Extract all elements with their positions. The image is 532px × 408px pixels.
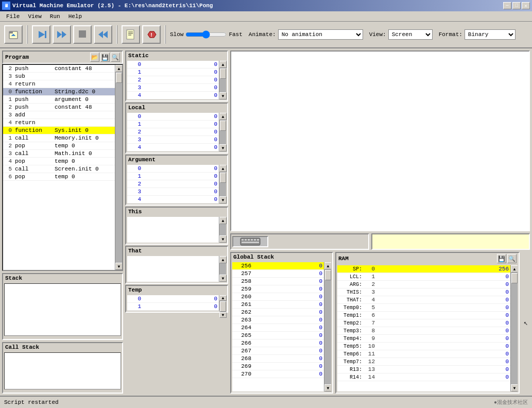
arg-scroll-down[interactable]: ▼ bbox=[219, 196, 227, 203]
program-scrollbar[interactable]: ▲ ▼ bbox=[115, 65, 122, 270]
that-scrollbar[interactable]: ▲ ▼ bbox=[219, 256, 226, 282]
step-button[interactable] bbox=[32, 25, 50, 44]
ram-content: SP:0256 LCL:10 ARG:20 THIS:30 THAT:40 Te… bbox=[337, 265, 518, 392]
svg-marker-8 bbox=[98, 31, 103, 38]
table-row: 4return bbox=[3, 80, 115, 88]
svg-rect-21 bbox=[257, 239, 259, 241]
svg-rect-3 bbox=[45, 31, 46, 38]
table-row: 1pushargument 0 bbox=[3, 96, 115, 104]
script-button[interactable] bbox=[122, 25, 140, 44]
temp-scroll-up[interactable]: ▲ bbox=[219, 295, 227, 301]
scroll-up-btn[interactable]: ▲ bbox=[115, 65, 123, 72]
local-addr-4: 4 bbox=[127, 144, 143, 151]
scroll-down-btn[interactable]: ▼ bbox=[115, 263, 123, 270]
static-val-2: 0 bbox=[143, 76, 219, 84]
arg-scroll-up[interactable]: ▲ bbox=[219, 165, 227, 172]
arg-val-4: 0 bbox=[143, 196, 219, 203]
svg-marker-2 bbox=[39, 31, 45, 38]
that-scroll-up[interactable]: ▲ bbox=[219, 256, 227, 263]
static-val-0: 0 bbox=[143, 61, 219, 69]
animate-select[interactable]: No animation Program flow Program and da… bbox=[278, 29, 363, 40]
breakpoint-button[interactable]: ! bbox=[142, 25, 161, 44]
gs-scroll-down[interactable]: ▼ bbox=[324, 384, 331, 392]
argument-panel: Argument 00 10 20 30 40 ▲ ▼ bbox=[125, 155, 228, 206]
local-val-0: 0 bbox=[143, 113, 219, 121]
arg-addr-4: 4 bbox=[127, 196, 143, 203]
static-scrollbar[interactable]: ▲ ▼ bbox=[219, 61, 226, 99]
menu-file[interactable]: File bbox=[2, 12, 24, 21]
local-scroll-down[interactable]: ▼ bbox=[219, 144, 227, 151]
temp-title: Temp bbox=[126, 286, 227, 294]
svg-rect-18 bbox=[248, 239, 250, 241]
maximize-button[interactable]: □ bbox=[512, 2, 521, 9]
global-stack-panel: Global Stack 2560 2570 2580 2590 2600 26… bbox=[230, 252, 333, 394]
static-scroll-up[interactable]: ▲ bbox=[219, 61, 227, 68]
static-addr-2: 2 bbox=[127, 76, 143, 84]
minimize-button[interactable]: ─ bbox=[503, 2, 511, 9]
rewind-button[interactable] bbox=[94, 25, 112, 44]
svg-marker-7 bbox=[103, 31, 108, 38]
temp-content: 00 10 ▲ ▼ bbox=[127, 295, 226, 311]
table-row: 3callMath.init 0 bbox=[3, 150, 115, 158]
ram-search-btn[interactable]: 🔍 bbox=[507, 254, 517, 263]
menu-bar: File View Run Help bbox=[0, 11, 532, 22]
this-title: This bbox=[126, 208, 227, 216]
table-row: 0functionSys.init 0 bbox=[3, 127, 115, 134]
speed-slider[interactable] bbox=[185, 30, 227, 39]
toolbar: ! Slow Fast Animate: No animation Progra… bbox=[0, 22, 532, 48]
animate-label: Animate: bbox=[249, 31, 276, 38]
content-area: Program 📂 💾 🔍 2pushconstant 48 3sub 4ret… bbox=[0, 48, 532, 396]
fastforward-button[interactable] bbox=[53, 25, 71, 44]
program-search-btn[interactable]: 🔍 bbox=[111, 53, 120, 62]
program-load-btn[interactable]: 📂 bbox=[90, 53, 99, 62]
that-content: ▲ ▼ bbox=[127, 256, 226, 282]
local-scrollbar[interactable]: ▲ ▼ bbox=[219, 113, 226, 151]
keyboard-display bbox=[371, 233, 530, 250]
ram-scroll-down[interactable]: ▼ bbox=[511, 384, 518, 392]
arg-scrollbar[interactable]: ▲ ▼ bbox=[219, 165, 226, 203]
ram-save-btn[interactable]: 💾 bbox=[497, 254, 506, 263]
app-icon: 🖥 bbox=[2, 2, 10, 10]
that-scroll-down[interactable]: ▼ bbox=[219, 275, 227, 282]
watermark: ●混金技术社区 bbox=[494, 399, 528, 406]
global-stack-content: 2560 2570 2580 2590 2600 2610 2620 2630 … bbox=[232, 262, 331, 392]
stop-button[interactable] bbox=[73, 25, 92, 44]
temp-scroll-down[interactable]: ▼ bbox=[219, 312, 227, 318]
ram-scroll-up[interactable]: ▲ bbox=[511, 265, 518, 273]
view-label: View: bbox=[369, 31, 386, 38]
temp-addr-0: 0 bbox=[127, 295, 143, 303]
program-save-btn[interactable]: 💾 bbox=[100, 53, 110, 62]
static-scroll-down[interactable]: ▼ bbox=[219, 92, 227, 99]
gs-scrollbar[interactable]: ▲ ▼ bbox=[324, 262, 331, 392]
this-scroll-down[interactable]: ▼ bbox=[219, 235, 227, 243]
arg-addr-3: 3 bbox=[127, 188, 143, 196]
arg-addr-0: 0 bbox=[127, 165, 143, 173]
local-addr-1: 1 bbox=[127, 121, 143, 128]
local-panel: Local 00 10 20 30 40 ▲ ▼ bbox=[125, 103, 228, 154]
static-addr-1: 1 bbox=[127, 69, 143, 76]
argument-content: 00 10 20 30 40 ▲ ▼ bbox=[127, 165, 226, 203]
this-panel: This ▲ ▼ bbox=[125, 207, 228, 245]
menu-view[interactable]: View bbox=[24, 12, 45, 21]
this-scrollbar[interactable]: ▲ ▼ bbox=[219, 217, 226, 243]
load-button[interactable] bbox=[4, 25, 23, 44]
screen-row bbox=[230, 50, 530, 231]
static-title: Static bbox=[126, 52, 227, 60]
format-select[interactable]: Binary Decimal Hexadecimal bbox=[465, 29, 516, 40]
close-button[interactable]: ✕ bbox=[522, 2, 530, 9]
local-scroll-up[interactable]: ▲ bbox=[219, 113, 227, 120]
svg-marker-4 bbox=[57, 31, 62, 38]
temp-scrollbar[interactable]: ▲ ▼ bbox=[219, 295, 226, 311]
cursor-area: ↖ bbox=[522, 252, 530, 394]
view-select[interactable]: Screen No screen bbox=[388, 29, 433, 40]
menu-help[interactable]: Help bbox=[64, 12, 86, 21]
toolbar-separator-2 bbox=[116, 25, 117, 44]
callstack-title: Call Stack bbox=[3, 343, 122, 351]
table-row: 2pushconstant 48 bbox=[3, 65, 115, 73]
static-addr-3: 3 bbox=[127, 84, 143, 92]
this-scroll-up[interactable]: ▲ bbox=[219, 217, 227, 224]
menu-run[interactable]: Run bbox=[46, 12, 64, 21]
svg-rect-9 bbox=[127, 30, 134, 39]
gs-scroll-up[interactable]: ▲ bbox=[324, 262, 331, 269]
ram-scrollbar[interactable]: ▲ ▼ bbox=[510, 265, 518, 392]
